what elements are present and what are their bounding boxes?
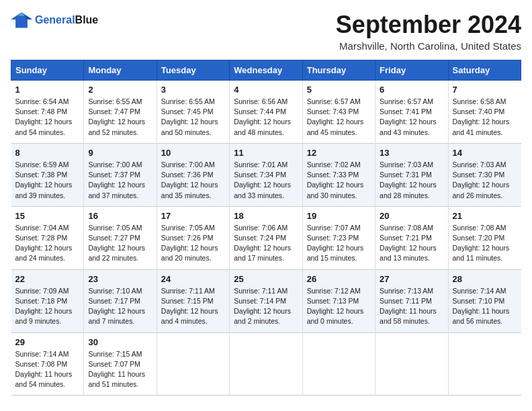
day-number: 3 xyxy=(161,85,225,95)
day-info: Sunrise: 7:04 AM Sunset: 7:28 PM Dayligh… xyxy=(15,223,80,264)
col-sunday: Sunday xyxy=(11,60,84,81)
calendar-day-cell: 12Sunrise: 7:02 AM Sunset: 7:33 PM Dayli… xyxy=(302,143,375,206)
calendar-day-cell xyxy=(375,332,448,396)
col-wednesday: Wednesday xyxy=(230,60,302,81)
day-number: 6 xyxy=(380,85,443,95)
day-number: 26 xyxy=(307,274,371,284)
calendar-week-row: 15Sunrise: 7:04 AM Sunset: 7:28 PM Dayli… xyxy=(11,206,521,269)
calendar-day-cell: 27Sunrise: 7:13 AM Sunset: 7:11 PM Dayli… xyxy=(375,269,448,332)
logo-blue: Blue xyxy=(75,14,99,26)
calendar-day-cell: 6Sunrise: 6:57 AM Sunset: 7:41 PM Daylig… xyxy=(375,81,448,144)
calendar-day-cell xyxy=(448,332,521,396)
calendar-day-cell: 21Sunrise: 7:08 AM Sunset: 7:20 PM Dayli… xyxy=(448,206,521,269)
calendar-body: 1Sunrise: 6:54 AM Sunset: 7:48 PM Daylig… xyxy=(11,81,521,396)
calendar-day-cell: 26Sunrise: 7:12 AM Sunset: 7:13 PM Dayli… xyxy=(302,269,375,332)
day-number: 30 xyxy=(88,337,152,347)
calendar-day-cell: 13Sunrise: 7:03 AM Sunset: 7:31 PM Dayli… xyxy=(375,143,448,206)
day-info: Sunrise: 6:55 AM Sunset: 7:45 PM Dayligh… xyxy=(161,97,225,138)
day-number: 8 xyxy=(15,148,80,158)
day-number: 2 xyxy=(88,85,152,95)
calendar-day-cell: 23Sunrise: 7:10 AM Sunset: 7:17 PM Dayli… xyxy=(84,269,157,332)
calendar-header: Sunday Monday Tuesday Wednesday Thursday… xyxy=(11,60,521,81)
calendar-title: September 2024 xyxy=(336,11,521,39)
calendar-day-cell: 22Sunrise: 7:09 AM Sunset: 7:18 PM Dayli… xyxy=(11,269,84,332)
day-info: Sunrise: 7:00 AM Sunset: 7:36 PM Dayligh… xyxy=(161,160,225,201)
day-number: 7 xyxy=(453,85,517,95)
day-info: Sunrise: 7:00 AM Sunset: 7:37 PM Dayligh… xyxy=(88,160,152,201)
calendar-day-cell: 16Sunrise: 7:05 AM Sunset: 7:27 PM Dayli… xyxy=(84,206,157,269)
logo: GeneralBlue xyxy=(11,11,98,30)
day-info: Sunrise: 6:57 AM Sunset: 7:43 PM Dayligh… xyxy=(307,97,371,138)
day-number: 24 xyxy=(161,274,225,284)
day-info: Sunrise: 7:10 AM Sunset: 7:17 PM Dayligh… xyxy=(88,286,152,327)
weekday-header-row: Sunday Monday Tuesday Wednesday Thursday… xyxy=(11,60,521,81)
day-info: Sunrise: 7:09 AM Sunset: 7:18 PM Dayligh… xyxy=(15,286,80,327)
calendar-day-cell: 1Sunrise: 6:54 AM Sunset: 7:48 PM Daylig… xyxy=(11,81,84,144)
col-tuesday: Tuesday xyxy=(157,60,229,81)
day-info: Sunrise: 7:14 AM Sunset: 7:08 PM Dayligh… xyxy=(15,349,80,390)
calendar-table: Sunday Monday Tuesday Wednesday Thursday… xyxy=(11,60,521,396)
day-info: Sunrise: 7:14 AM Sunset: 7:10 PM Dayligh… xyxy=(453,286,517,327)
calendar-day-cell: 19Sunrise: 7:07 AM Sunset: 7:23 PM Dayli… xyxy=(302,206,375,269)
day-info: Sunrise: 6:57 AM Sunset: 7:41 PM Dayligh… xyxy=(380,97,443,138)
calendar-day-cell xyxy=(302,332,375,396)
calendar-week-row: 8Sunrise: 6:59 AM Sunset: 7:38 PM Daylig… xyxy=(11,143,521,206)
day-number: 11 xyxy=(234,148,298,158)
day-number: 1 xyxy=(15,85,80,95)
day-number: 17 xyxy=(161,211,225,221)
day-info: Sunrise: 7:03 AM Sunset: 7:31 PM Dayligh… xyxy=(380,160,443,201)
title-block: September 2024 Marshville, North Carolin… xyxy=(336,11,521,52)
day-info: Sunrise: 7:08 AM Sunset: 7:21 PM Dayligh… xyxy=(380,223,443,264)
day-number: 15 xyxy=(15,211,80,221)
day-info: Sunrise: 6:54 AM Sunset: 7:48 PM Dayligh… xyxy=(15,97,80,138)
calendar-day-cell xyxy=(157,332,229,396)
day-number: 20 xyxy=(380,211,443,221)
day-number: 9 xyxy=(88,148,152,158)
day-number: 12 xyxy=(307,148,371,158)
col-saturday: Saturday xyxy=(448,60,521,81)
calendar-day-cell: 3Sunrise: 6:55 AM Sunset: 7:45 PM Daylig… xyxy=(157,81,229,144)
day-number: 22 xyxy=(15,274,80,284)
logo-icon xyxy=(11,11,32,30)
calendar-week-row: 29Sunrise: 7:14 AM Sunset: 7:08 PM Dayli… xyxy=(11,332,521,396)
calendar-day-cell xyxy=(230,332,302,396)
day-info: Sunrise: 7:08 AM Sunset: 7:20 PM Dayligh… xyxy=(453,223,517,264)
day-info: Sunrise: 7:01 AM Sunset: 7:34 PM Dayligh… xyxy=(234,160,298,201)
calendar-week-row: 1Sunrise: 6:54 AM Sunset: 7:48 PM Daylig… xyxy=(11,81,521,144)
calendar-day-cell: 7Sunrise: 6:58 AM Sunset: 7:40 PM Daylig… xyxy=(448,81,521,144)
col-monday: Monday xyxy=(84,60,157,81)
day-number: 25 xyxy=(234,274,298,284)
calendar-day-cell: 20Sunrise: 7:08 AM Sunset: 7:21 PM Dayli… xyxy=(375,206,448,269)
calendar-day-cell: 2Sunrise: 6:55 AM Sunset: 7:47 PM Daylig… xyxy=(84,81,157,144)
day-info: Sunrise: 7:03 AM Sunset: 7:30 PM Dayligh… xyxy=(453,160,517,201)
calendar-day-cell: 28Sunrise: 7:14 AM Sunset: 7:10 PM Dayli… xyxy=(448,269,521,332)
calendar-day-cell: 5Sunrise: 6:57 AM Sunset: 7:43 PM Daylig… xyxy=(302,81,375,144)
calendar-week-row: 22Sunrise: 7:09 AM Sunset: 7:18 PM Dayli… xyxy=(11,269,521,332)
day-info: Sunrise: 6:56 AM Sunset: 7:44 PM Dayligh… xyxy=(234,97,298,138)
calendar-day-cell: 25Sunrise: 7:11 AM Sunset: 7:14 PM Dayli… xyxy=(230,269,302,332)
day-number: 28 xyxy=(453,274,517,284)
day-number: 10 xyxy=(161,148,225,158)
calendar-day-cell: 18Sunrise: 7:06 AM Sunset: 7:24 PM Dayli… xyxy=(230,206,302,269)
day-info: Sunrise: 7:06 AM Sunset: 7:24 PM Dayligh… xyxy=(234,223,298,264)
calendar-day-cell: 29Sunrise: 7:14 AM Sunset: 7:08 PM Dayli… xyxy=(11,332,84,396)
day-info: Sunrise: 7:11 AM Sunset: 7:15 PM Dayligh… xyxy=(161,286,225,327)
day-info: Sunrise: 6:55 AM Sunset: 7:47 PM Dayligh… xyxy=(88,97,152,138)
day-number: 4 xyxy=(234,85,298,95)
calendar-day-cell: 14Sunrise: 7:03 AM Sunset: 7:30 PM Dayli… xyxy=(448,143,521,206)
calendar-day-cell: 11Sunrise: 7:01 AM Sunset: 7:34 PM Dayli… xyxy=(230,143,302,206)
calendar-day-cell: 17Sunrise: 7:05 AM Sunset: 7:26 PM Dayli… xyxy=(157,206,229,269)
calendar-day-cell: 4Sunrise: 6:56 AM Sunset: 7:44 PM Daylig… xyxy=(230,81,302,144)
day-number: 14 xyxy=(453,148,517,158)
day-number: 29 xyxy=(15,337,80,347)
day-info: Sunrise: 7:15 AM Sunset: 7:07 PM Dayligh… xyxy=(88,349,152,390)
day-number: 21 xyxy=(453,211,517,221)
day-info: Sunrise: 7:05 AM Sunset: 7:27 PM Dayligh… xyxy=(88,223,152,264)
calendar-day-cell: 30Sunrise: 7:15 AM Sunset: 7:07 PM Dayli… xyxy=(84,332,157,396)
day-number: 19 xyxy=(307,211,371,221)
day-number: 5 xyxy=(307,85,371,95)
day-number: 27 xyxy=(380,274,443,284)
calendar-day-cell: 8Sunrise: 6:59 AM Sunset: 7:38 PM Daylig… xyxy=(11,143,84,206)
calendar-day-cell: 24Sunrise: 7:11 AM Sunset: 7:15 PM Dayli… xyxy=(157,269,229,332)
calendar-day-cell: 10Sunrise: 7:00 AM Sunset: 7:36 PM Dayli… xyxy=(157,143,229,206)
